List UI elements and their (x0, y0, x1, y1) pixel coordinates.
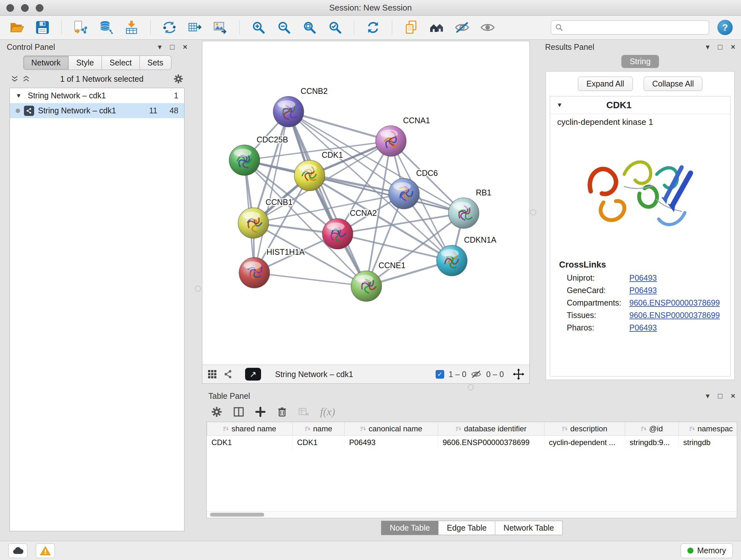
control-panel-close-icon[interactable]: × (183, 43, 187, 51)
zoom-fit-icon[interactable] (301, 19, 318, 36)
apply-layout-icon[interactable] (364, 19, 382, 36)
export-image-icon[interactable] (212, 19, 229, 36)
network-node-CDC25B[interactable] (229, 145, 260, 176)
results-panel-title: Results Panel (545, 43, 594, 52)
gear-icon[interactable] (173, 74, 184, 84)
toolbar-search[interactable] (551, 20, 709, 35)
network-node-CCNB2[interactable] (273, 97, 304, 127)
cloud-status-button[interactable] (8, 543, 27, 558)
column-header-database-identifier[interactable]: database identifier (438, 422, 544, 436)
table-cell[interactable]: CDK1 (207, 436, 293, 449)
network-node-CDK1[interactable] (294, 160, 325, 191)
zoom-out-icon[interactable] (275, 19, 293, 36)
control-panel-menu-icon[interactable]: ▾ (158, 43, 161, 51)
results-panel-float-icon[interactable]: □ (718, 43, 723, 51)
expand-all-icon[interactable] (22, 75, 30, 83)
expand-all-button[interactable]: Expand All (578, 77, 633, 91)
left-splitter-handle[interactable] (195, 286, 201, 292)
network-canvas[interactable]: CCNB2CCNA1CDC25BCDK1CDC6RB1CCNB1CCNA2CDK… (202, 41, 529, 365)
column-header-description[interactable]: description (544, 422, 625, 436)
network-node-CCNE1[interactable] (351, 271, 382, 301)
table-cell[interactable]: CDK1 (293, 436, 345, 449)
protein-card-caret-icon[interactable]: ▼ (556, 102, 565, 109)
save-session-icon[interactable] (34, 19, 51, 36)
birds-eye-grid-icon[interactable] (207, 369, 217, 379)
import-table-file-icon[interactable] (123, 19, 140, 36)
right-splitter-handle[interactable] (530, 209, 536, 215)
home-icon[interactable] (428, 19, 445, 36)
copy-document-icon[interactable] (402, 19, 420, 36)
memory-button[interactable]: Memory (681, 543, 733, 558)
table-cell[interactable]: cyclin-dependent ... (544, 436, 625, 449)
search-input[interactable] (566, 23, 705, 32)
table-cell[interactable]: stringdb:9... (625, 436, 679, 449)
show-all-eye-icon[interactable] (479, 19, 496, 36)
tab-network[interactable]: Network (23, 56, 69, 70)
table-panel-float-icon[interactable]: □ (718, 391, 723, 400)
table-cell[interactable]: P06493 (345, 436, 438, 449)
column-header-shared-name[interactable]: shared name (207, 422, 293, 436)
pan-move-icon[interactable] (513, 368, 524, 380)
hide-selected-eye-icon[interactable] (454, 19, 471, 36)
results-panel-close-icon[interactable]: × (731, 43, 735, 51)
table-panel-close-icon[interactable]: × (731, 391, 735, 400)
tree-expand-caret-icon[interactable]: ▼ (16, 92, 24, 99)
protein-card: ▼ CDK1 cyclin-dependent kinase 1 (550, 96, 731, 376)
network-node-CCNB1[interactable] (238, 207, 269, 238)
table-cell[interactable]: stringdb (679, 436, 738, 449)
collapse-all-icon[interactable] (10, 75, 19, 83)
selected-checkbox-icon[interactable]: ✓ (435, 370, 444, 379)
collapse-all-button[interactable]: Collapse All (644, 77, 703, 91)
network-node-RB1[interactable] (448, 198, 479, 229)
table-row[interactable]: CDK1CDK1P064939606.ENSP00000378699cyclin… (207, 436, 738, 449)
column-header-namespac[interactable]: namespac (679, 422, 738, 436)
open-external-link-button[interactable]: ↗ (245, 368, 261, 381)
help-button[interactable]: ? (718, 20, 733, 35)
control-panel-float-icon[interactable]: □ (170, 43, 175, 51)
table-cell[interactable]: 9606.ENSP00000378699 (438, 436, 544, 449)
crosslink-link[interactable]: P06493 (629, 286, 657, 295)
minimize-window-button[interactable] (21, 4, 29, 12)
tab-edge-table[interactable]: Edge Table (439, 521, 495, 535)
maximize-window-button[interactable] (36, 4, 44, 12)
zoom-selected-icon[interactable] (327, 19, 344, 36)
delete-column-trash-icon[interactable] (277, 407, 287, 417)
bottom-splitter-handle[interactable] (468, 384, 474, 390)
network-node-CDC6[interactable] (389, 179, 419, 209)
import-network-database-icon[interactable] (97, 19, 115, 36)
tab-string[interactable]: String (621, 55, 659, 68)
network-node-CCNA2[interactable] (322, 219, 353, 249)
network-node-CCNA1[interactable] (376, 126, 406, 157)
crosslink-link[interactable]: P06493 (629, 273, 657, 283)
merge-networks-icon[interactable] (161, 19, 178, 36)
tab-style[interactable]: Style (69, 56, 102, 70)
import-network-file-icon[interactable] (72, 19, 89, 36)
tab-select[interactable]: Select (102, 56, 139, 70)
zoom-in-icon[interactable] (250, 19, 267, 36)
results-panel-menu-icon[interactable]: ▾ (705, 43, 710, 51)
network-node-HIST1H1A[interactable] (239, 257, 270, 288)
tab-node-table[interactable]: Node Table (381, 521, 439, 535)
network-item-row[interactable]: String Network – cdk1 11 48 (10, 103, 184, 118)
show-columns-icon[interactable] (233, 407, 244, 417)
table-horizontal-scrollbar[interactable] (207, 511, 737, 518)
crosslink-link[interactable]: P06493 (629, 323, 657, 332)
network-node-CDKN1A[interactable] (436, 245, 467, 276)
column-header--id[interactable]: @id (625, 422, 679, 436)
tab-sets[interactable]: Sets (140, 56, 172, 70)
share-network-icon[interactable] (223, 369, 233, 379)
tab-network-table[interactable]: Network Table (495, 521, 562, 535)
scrollbar-thumb[interactable] (210, 513, 264, 516)
open-session-icon[interactable] (8, 19, 25, 36)
column-header-name[interactable]: name (293, 422, 345, 436)
add-column-plus-icon[interactable] (255, 407, 266, 417)
column-header-canonical-name[interactable]: canonical name (345, 422, 438, 436)
table-settings-gear-icon[interactable] (211, 406, 222, 418)
table-panel-menu-icon[interactable]: ▾ (705, 391, 710, 400)
warnings-button[interactable] (36, 543, 55, 558)
crosslink-link[interactable]: 9606.ENSP00000378699 (629, 311, 720, 320)
close-window-button[interactable] (6, 4, 14, 12)
crosslink-link[interactable]: 9606.ENSP00000378699 (629, 298, 720, 307)
export-network-icon[interactable] (186, 19, 204, 36)
network-collection-row[interactable]: ▼ String Network – cdk1 1 (10, 88, 184, 103)
